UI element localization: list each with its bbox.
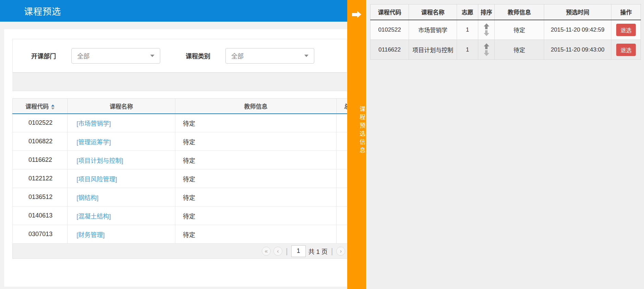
table-row: 0102522 [市场营销学] 待定 (13, 114, 348, 132)
teacher-info: 待定 (175, 225, 337, 244)
first-page-button[interactable]: « (262, 247, 271, 256)
course-name-link[interactable]: [钢结构] (77, 194, 98, 201)
column-header-extra: 总 (337, 99, 348, 114)
teacher-info: 待定 (495, 20, 544, 40)
prev-page-button[interactable]: ‹ (273, 247, 282, 256)
preference-value: 1 (457, 40, 478, 60)
table-row: 0116622 项目计划与控制 1 待定 2015-11-20 09:43:00… (371, 40, 641, 60)
selected-courses-panel: 课程代码 课程名称 志愿 排序 教师信息 预选时间 操作 0102522 市场营… (366, 0, 644, 289)
course-name-link[interactable]: [财务管理] (77, 232, 105, 238)
table-row: 0136512 [钢结构] 待定 (13, 188, 348, 207)
course-code: 0116622 (13, 151, 68, 169)
course-name: 项目计划与控制 (409, 40, 457, 60)
column-header-code: 课程代码 (371, 4, 409, 20)
chevron-down-icon (304, 55, 308, 57)
column-header-time: 预选时间 (544, 4, 611, 20)
course-name-link[interactable]: [项目风险管理] (77, 176, 117, 183)
arrow-right-icon[interactable] (352, 11, 361, 18)
withdraw-button[interactable]: 退选 (616, 24, 635, 36)
teacher-info: 待定 (175, 114, 337, 132)
filter-bar: 开课部门 全部 课程类别 全部 (12, 39, 347, 73)
teacher-info: 待定 (175, 169, 337, 188)
course-code: 0116622 (371, 40, 409, 60)
department-select-value: 全部 (77, 51, 90, 60)
course-name-link[interactable]: [混凝土结构] (77, 213, 111, 220)
pager-separator: | (330, 247, 334, 256)
toolbar (12, 73, 347, 91)
course-table-header: 课程代码 课程名称 教师信息 总 (13, 99, 348, 114)
category-select[interactable]: 全部 (225, 48, 314, 64)
selected-courses-table: 课程代码 课程名称 志愿 排序 教师信息 预选时间 操作 0102522 市场营… (370, 4, 641, 60)
table-row: 0307013 [财务管理] 待定 (13, 225, 348, 244)
selected-table-header: 课程代码 课程名称 志愿 排序 教师信息 预选时间 操作 (371, 4, 641, 20)
preselect-time: 2015-11-20 09:43:00 (544, 40, 611, 60)
course-code: 0102522 (371, 20, 409, 40)
page-header: 课程预选 (0, 0, 347, 22)
column-header-order: 排序 (478, 4, 495, 20)
department-select[interactable]: 全部 (71, 48, 160, 64)
preference-value: 1 (457, 20, 478, 40)
department-label: 开课部门 (31, 51, 56, 60)
category-label: 课程类别 (186, 51, 210, 60)
table-row: 0106822 [管理运筹学] 待定 (13, 132, 348, 151)
column-header-name: 课程名称 (68, 99, 175, 114)
app-root: 课程预选 开课部门 全部 课程类别 全部 (0, 0, 644, 289)
move-up-icon[interactable] (484, 23, 489, 29)
category-select-value: 全部 (231, 51, 244, 60)
move-down-icon[interactable] (484, 30, 489, 36)
course-name-link[interactable]: [管理运筹学] (77, 139, 111, 146)
column-header-teacher: 教师信息 (495, 4, 544, 20)
teacher-info: 待定 (175, 188, 337, 207)
teacher-info: 待定 (175, 151, 337, 169)
page-total-label: 共 1 页 (308, 247, 328, 256)
course-code: 0122122 (13, 169, 68, 188)
course-name-link[interactable]: [市场营销学] (77, 120, 111, 127)
table-row: 0102522 市场营销学 1 待定 2015-11-20 09:42:59 退… (371, 20, 641, 40)
course-list-region: 课程预选 开课部门 全部 课程类别 全部 (0, 0, 347, 289)
pagination-bar: « ‹ | 共 1 页 | › » (12, 244, 347, 259)
course-code: 0136512 (13, 188, 68, 207)
teacher-info: 待定 (495, 40, 544, 60)
content-panel: 开课部门 全部 课程类别 全部 (4, 29, 347, 287)
sort-icon (51, 104, 55, 110)
table-row: 0140613 [混凝土结构] 待定 (13, 207, 348, 225)
course-table: 课程代码 课程名称 教师信息 总 0102522 [市场营销学] 待定 (12, 98, 347, 244)
pager-separator: | (285, 247, 289, 256)
course-code: 0140613 (13, 207, 68, 225)
course-name: 市场营销学 (409, 20, 457, 40)
course-code: 0102522 (13, 114, 68, 132)
course-code: 0106822 (13, 132, 68, 151)
table-row: 0116622 [项目计划与控制] 待定 (13, 151, 348, 169)
column-header-code[interactable]: 课程代码 (13, 99, 68, 114)
column-header-preference: 志愿 (457, 4, 478, 20)
teacher-info: 待定 (175, 132, 337, 151)
chevron-down-icon (150, 55, 154, 57)
column-header-teacher: 教师信息 (175, 99, 337, 114)
withdraw-button[interactable]: 退选 (616, 44, 635, 56)
preselect-time: 2015-11-20 09:42:59 (544, 20, 611, 40)
column-header-name: 课程名称 (409, 4, 457, 20)
column-header-action: 操作 (611, 4, 641, 20)
drawer-label: 课程预选信息 (347, 106, 366, 155)
page-number-input[interactable] (291, 245, 306, 257)
teacher-info: 待定 (175, 207, 337, 225)
course-code: 0307013 (13, 225, 68, 244)
move-down-icon[interactable] (484, 50, 489, 56)
page-title: 课程预选 (24, 4, 61, 17)
next-page-button[interactable]: › (336, 247, 345, 256)
table-row: 0122122 [项目风险管理] 待定 (13, 169, 348, 188)
course-name-link[interactable]: [项目计划与控制] (77, 157, 123, 164)
move-up-icon[interactable] (484, 43, 489, 49)
drawer-toggle[interactable]: 课程预选信息 (347, 0, 366, 289)
